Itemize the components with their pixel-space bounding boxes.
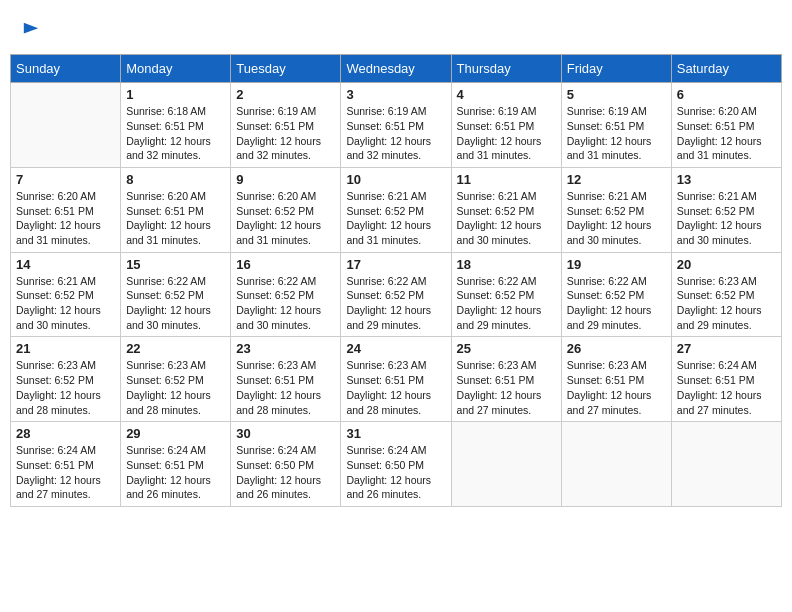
calendar-cell: 16Sunrise: 6:22 AMSunset: 6:52 PMDayligh… xyxy=(231,252,341,337)
calendar-cell: 7Sunrise: 6:20 AMSunset: 6:51 PMDaylight… xyxy=(11,167,121,252)
calendar-cell: 10Sunrise: 6:21 AMSunset: 6:52 PMDayligh… xyxy=(341,167,451,252)
day-number: 16 xyxy=(236,257,335,272)
calendar-cell: 23Sunrise: 6:23 AMSunset: 6:51 PMDayligh… xyxy=(231,337,341,422)
calendar-cell: 28Sunrise: 6:24 AMSunset: 6:51 PMDayligh… xyxy=(11,422,121,507)
day-info: Sunrise: 6:19 AMSunset: 6:51 PMDaylight:… xyxy=(457,104,556,163)
day-number: 10 xyxy=(346,172,445,187)
day-info: Sunrise: 6:18 AMSunset: 6:51 PMDaylight:… xyxy=(126,104,225,163)
day-info: Sunrise: 6:19 AMSunset: 6:51 PMDaylight:… xyxy=(236,104,335,163)
calendar-cell: 1Sunrise: 6:18 AMSunset: 6:51 PMDaylight… xyxy=(121,83,231,168)
day-info: Sunrise: 6:20 AMSunset: 6:51 PMDaylight:… xyxy=(16,189,115,248)
week-row-4: 21Sunrise: 6:23 AMSunset: 6:52 PMDayligh… xyxy=(11,337,782,422)
day-number: 5 xyxy=(567,87,666,102)
week-row-2: 7Sunrise: 6:20 AMSunset: 6:51 PMDaylight… xyxy=(11,167,782,252)
day-info: Sunrise: 6:21 AMSunset: 6:52 PMDaylight:… xyxy=(346,189,445,248)
day-number: 21 xyxy=(16,341,115,356)
day-info: Sunrise: 6:24 AMSunset: 6:51 PMDaylight:… xyxy=(16,443,115,502)
day-number: 31 xyxy=(346,426,445,441)
day-number: 14 xyxy=(16,257,115,272)
day-number: 24 xyxy=(346,341,445,356)
week-row-5: 28Sunrise: 6:24 AMSunset: 6:51 PMDayligh… xyxy=(11,422,782,507)
day-number: 11 xyxy=(457,172,556,187)
day-info: Sunrise: 6:21 AMSunset: 6:52 PMDaylight:… xyxy=(677,189,776,248)
svg-marker-0 xyxy=(24,23,38,34)
calendar-cell: 29Sunrise: 6:24 AMSunset: 6:51 PMDayligh… xyxy=(121,422,231,507)
calendar-cell: 3Sunrise: 6:19 AMSunset: 6:51 PMDaylight… xyxy=(341,83,451,168)
day-number: 17 xyxy=(346,257,445,272)
day-number: 22 xyxy=(126,341,225,356)
calendar-cell: 24Sunrise: 6:23 AMSunset: 6:51 PMDayligh… xyxy=(341,337,451,422)
calendar-cell: 4Sunrise: 6:19 AMSunset: 6:51 PMDaylight… xyxy=(451,83,561,168)
calendar-cell: 12Sunrise: 6:21 AMSunset: 6:52 PMDayligh… xyxy=(561,167,671,252)
calendar-cell: 9Sunrise: 6:20 AMSunset: 6:52 PMDaylight… xyxy=(231,167,341,252)
day-number: 13 xyxy=(677,172,776,187)
calendar-cell: 31Sunrise: 6:24 AMSunset: 6:50 PMDayligh… xyxy=(341,422,451,507)
calendar-cell: 22Sunrise: 6:23 AMSunset: 6:52 PMDayligh… xyxy=(121,337,231,422)
day-info: Sunrise: 6:22 AMSunset: 6:52 PMDaylight:… xyxy=(346,274,445,333)
calendar-cell: 2Sunrise: 6:19 AMSunset: 6:51 PMDaylight… xyxy=(231,83,341,168)
day-header-thursday: Thursday xyxy=(451,55,561,83)
calendar-cell: 18Sunrise: 6:22 AMSunset: 6:52 PMDayligh… xyxy=(451,252,561,337)
day-info: Sunrise: 6:24 AMSunset: 6:51 PMDaylight:… xyxy=(677,358,776,417)
logo xyxy=(20,20,40,44)
day-info: Sunrise: 6:23 AMSunset: 6:51 PMDaylight:… xyxy=(567,358,666,417)
day-info: Sunrise: 6:22 AMSunset: 6:52 PMDaylight:… xyxy=(236,274,335,333)
day-number: 28 xyxy=(16,426,115,441)
calendar-cell: 30Sunrise: 6:24 AMSunset: 6:50 PMDayligh… xyxy=(231,422,341,507)
day-info: Sunrise: 6:24 AMSunset: 6:50 PMDaylight:… xyxy=(346,443,445,502)
day-number: 6 xyxy=(677,87,776,102)
calendar-cell: 25Sunrise: 6:23 AMSunset: 6:51 PMDayligh… xyxy=(451,337,561,422)
day-info: Sunrise: 6:23 AMSunset: 6:51 PMDaylight:… xyxy=(346,358,445,417)
day-number: 2 xyxy=(236,87,335,102)
calendar-cell: 8Sunrise: 6:20 AMSunset: 6:51 PMDaylight… xyxy=(121,167,231,252)
day-info: Sunrise: 6:21 AMSunset: 6:52 PMDaylight:… xyxy=(457,189,556,248)
calendar-cell: 21Sunrise: 6:23 AMSunset: 6:52 PMDayligh… xyxy=(11,337,121,422)
day-number: 20 xyxy=(677,257,776,272)
day-info: Sunrise: 6:24 AMSunset: 6:50 PMDaylight:… xyxy=(236,443,335,502)
day-info: Sunrise: 6:23 AMSunset: 6:52 PMDaylight:… xyxy=(16,358,115,417)
day-info: Sunrise: 6:19 AMSunset: 6:51 PMDaylight:… xyxy=(567,104,666,163)
day-info: Sunrise: 6:23 AMSunset: 6:52 PMDaylight:… xyxy=(126,358,225,417)
day-info: Sunrise: 6:20 AMSunset: 6:51 PMDaylight:… xyxy=(126,189,225,248)
day-info: Sunrise: 6:24 AMSunset: 6:51 PMDaylight:… xyxy=(126,443,225,502)
day-info: Sunrise: 6:23 AMSunset: 6:51 PMDaylight:… xyxy=(457,358,556,417)
calendar-cell: 26Sunrise: 6:23 AMSunset: 6:51 PMDayligh… xyxy=(561,337,671,422)
day-info: Sunrise: 6:22 AMSunset: 6:52 PMDaylight:… xyxy=(457,274,556,333)
day-number: 4 xyxy=(457,87,556,102)
day-number: 23 xyxy=(236,341,335,356)
day-info: Sunrise: 6:19 AMSunset: 6:51 PMDaylight:… xyxy=(346,104,445,163)
day-info: Sunrise: 6:20 AMSunset: 6:52 PMDaylight:… xyxy=(236,189,335,248)
calendar-cell: 17Sunrise: 6:22 AMSunset: 6:52 PMDayligh… xyxy=(341,252,451,337)
day-number: 25 xyxy=(457,341,556,356)
day-info: Sunrise: 6:21 AMSunset: 6:52 PMDaylight:… xyxy=(16,274,115,333)
calendar-cell: 19Sunrise: 6:22 AMSunset: 6:52 PMDayligh… xyxy=(561,252,671,337)
day-info: Sunrise: 6:21 AMSunset: 6:52 PMDaylight:… xyxy=(567,189,666,248)
calendar-cell: 13Sunrise: 6:21 AMSunset: 6:52 PMDayligh… xyxy=(671,167,781,252)
day-number: 15 xyxy=(126,257,225,272)
day-info: Sunrise: 6:20 AMSunset: 6:51 PMDaylight:… xyxy=(677,104,776,163)
calendar-table: SundayMondayTuesdayWednesdayThursdayFrid… xyxy=(10,54,782,507)
day-number: 29 xyxy=(126,426,225,441)
day-number: 9 xyxy=(236,172,335,187)
week-row-3: 14Sunrise: 6:21 AMSunset: 6:52 PMDayligh… xyxy=(11,252,782,337)
day-number: 1 xyxy=(126,87,225,102)
calendar-cell xyxy=(671,422,781,507)
day-header-tuesday: Tuesday xyxy=(231,55,341,83)
calendar-cell xyxy=(561,422,671,507)
day-number: 26 xyxy=(567,341,666,356)
calendar-cell xyxy=(451,422,561,507)
day-header-sunday: Sunday xyxy=(11,55,121,83)
calendar-cell: 20Sunrise: 6:23 AMSunset: 6:52 PMDayligh… xyxy=(671,252,781,337)
logo-flag-icon xyxy=(22,21,40,39)
calendar-cell: 27Sunrise: 6:24 AMSunset: 6:51 PMDayligh… xyxy=(671,337,781,422)
calendar-cell: 14Sunrise: 6:21 AMSunset: 6:52 PMDayligh… xyxy=(11,252,121,337)
day-info: Sunrise: 6:23 AMSunset: 6:51 PMDaylight:… xyxy=(236,358,335,417)
calendar-cell: 6Sunrise: 6:20 AMSunset: 6:51 PMDaylight… xyxy=(671,83,781,168)
day-info: Sunrise: 6:22 AMSunset: 6:52 PMDaylight:… xyxy=(567,274,666,333)
day-header-wednesday: Wednesday xyxy=(341,55,451,83)
calendar-cell xyxy=(11,83,121,168)
day-number: 3 xyxy=(346,87,445,102)
header xyxy=(10,10,782,49)
day-header-saturday: Saturday xyxy=(671,55,781,83)
day-number: 8 xyxy=(126,172,225,187)
